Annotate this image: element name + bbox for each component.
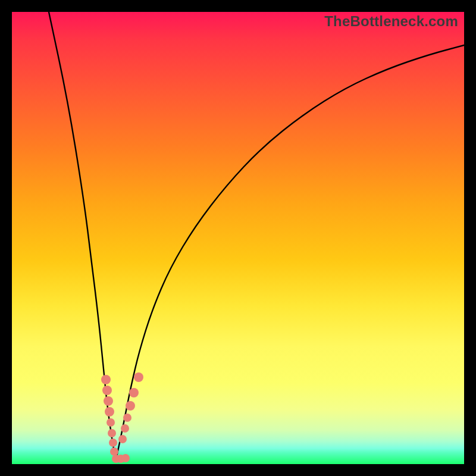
bead-bottom-3 — [121, 454, 130, 462]
watermark-text: TheBottleneck.com — [324, 13, 458, 30]
chart-frame: TheBottleneck.com — [12, 12, 464, 464]
bead-left-7 — [109, 439, 117, 447]
bead-left-6 — [108, 429, 116, 437]
bead-left-4 — [105, 407, 114, 416]
chart-svg — [12, 12, 464, 464]
bead-left-5 — [107, 418, 115, 427]
bead-left-8 — [110, 447, 118, 456]
bead-right-5 — [129, 388, 139, 397]
right-curve — [116, 45, 464, 460]
bead-left-3 — [104, 396, 113, 406]
bead-right-3 — [123, 414, 131, 422]
bead-right-6 — [134, 372, 143, 382]
bead-right-4 — [126, 401, 135, 411]
bead-left-1 — [101, 375, 111, 384]
bead-left-2 — [102, 386, 112, 395]
data-beads — [101, 372, 143, 463]
bead-right-1 — [118, 435, 127, 443]
bead-right-2 — [121, 424, 129, 433]
